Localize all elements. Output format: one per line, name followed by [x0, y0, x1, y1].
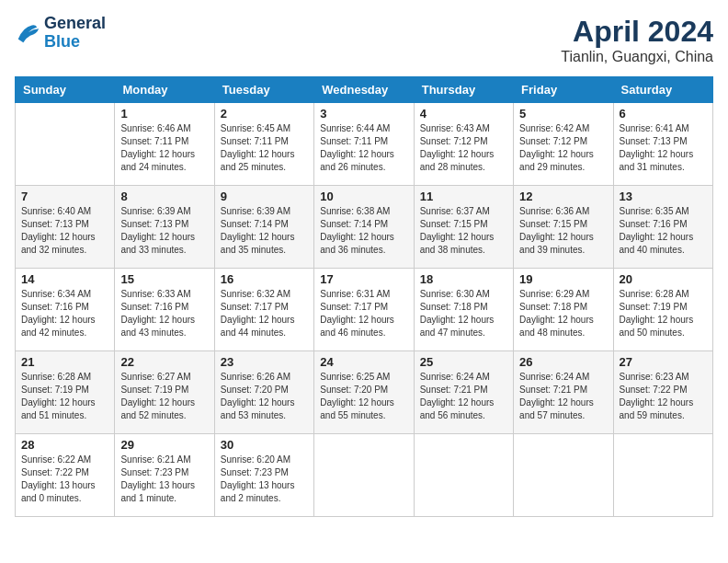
- day-number: 15: [120, 272, 208, 286]
- calendar-cell: [414, 434, 513, 517]
- day-number: 24: [320, 355, 407, 369]
- location-title: Tianlin, Guangxi, China: [561, 49, 713, 65]
- calendar-cell: 6Sunrise: 6:41 AM Sunset: 7:13 PM Daylig…: [613, 103, 712, 186]
- calendar-cell: 20Sunrise: 6:28 AM Sunset: 7:19 PM Dayli…: [613, 269, 712, 351]
- weekday-header-wednesday: Wednesday: [314, 77, 414, 103]
- logo-icon: [15, 20, 40, 46]
- day-info: Sunrise: 6:37 AM Sunset: 7:15 PM Dayligh…: [420, 205, 507, 257]
- day-number: 18: [420, 272, 507, 286]
- day-info: Sunrise: 6:25 AM Sunset: 7:20 PM Dayligh…: [320, 371, 407, 422]
- week-row-5: 28Sunrise: 6:22 AM Sunset: 7:22 PM Dayli…: [16, 434, 713, 517]
- day-info: Sunrise: 6:41 AM Sunset: 7:13 PM Dayligh…: [620, 122, 707, 174]
- calendar-table: SundayMondayTuesdayWednesdayThursdayFrid…: [15, 76, 713, 517]
- calendar-cell: 12Sunrise: 6:36 AM Sunset: 7:15 PM Dayli…: [514, 186, 613, 269]
- day-info: Sunrise: 6:34 AM Sunset: 7:16 PM Dayligh…: [21, 288, 108, 339]
- day-number: 19: [519, 272, 607, 286]
- day-info: Sunrise: 6:32 AM Sunset: 7:17 PM Dayligh…: [221, 288, 308, 339]
- day-number: 11: [420, 190, 507, 203]
- calendar-cell: 23Sunrise: 6:26 AM Sunset: 7:20 PM Dayli…: [214, 351, 313, 434]
- day-number: 12: [519, 190, 607, 203]
- day-number: 25: [420, 355, 507, 369]
- day-info: Sunrise: 6:45 AM Sunset: 7:11 PM Dayligh…: [221, 122, 308, 174]
- day-number: 2: [221, 107, 308, 121]
- calendar-cell: 11Sunrise: 6:37 AM Sunset: 7:15 PM Dayli…: [414, 186, 513, 269]
- calendar-cell: 26Sunrise: 6:24 AM Sunset: 7:21 PM Dayli…: [514, 351, 613, 434]
- day-info: Sunrise: 6:21 AM Sunset: 7:23 PM Dayligh…: [120, 454, 208, 505]
- calendar-cell: 24Sunrise: 6:25 AM Sunset: 7:20 PM Dayli…: [314, 351, 414, 434]
- calendar-cell: 29Sunrise: 6:21 AM Sunset: 7:23 PM Dayli…: [115, 434, 214, 517]
- week-row-4: 21Sunrise: 6:28 AM Sunset: 7:19 PM Dayli…: [16, 351, 713, 434]
- calendar-cell: 7Sunrise: 6:40 AM Sunset: 7:13 PM Daylig…: [16, 186, 115, 269]
- day-number: 13: [620, 190, 707, 203]
- day-number: 1: [120, 107, 208, 121]
- calendar-cell: 30Sunrise: 6:20 AM Sunset: 7:23 PM Dayli…: [214, 434, 313, 517]
- day-number: 20: [620, 272, 707, 286]
- day-number: 30: [221, 438, 308, 452]
- day-info: Sunrise: 6:28 AM Sunset: 7:19 PM Dayligh…: [620, 288, 707, 339]
- calendar-cell: 15Sunrise: 6:33 AM Sunset: 7:16 PM Dayli…: [115, 269, 214, 351]
- day-info: Sunrise: 6:38 AM Sunset: 7:14 PM Dayligh…: [320, 205, 407, 257]
- day-number: 23: [221, 355, 308, 369]
- calendar-cell: 22Sunrise: 6:27 AM Sunset: 7:19 PM Dayli…: [115, 351, 214, 434]
- day-number: 29: [120, 438, 208, 452]
- title-block: April 2024 Tianlin, Guangxi, China: [561, 15, 713, 65]
- day-info: Sunrise: 6:27 AM Sunset: 7:19 PM Dayligh…: [120, 371, 208, 422]
- day-info: Sunrise: 6:20 AM Sunset: 7:23 PM Dayligh…: [221, 454, 308, 505]
- day-info: Sunrise: 6:23 AM Sunset: 7:22 PM Dayligh…: [620, 371, 707, 422]
- calendar-cell: [16, 103, 115, 186]
- day-info: Sunrise: 6:35 AM Sunset: 7:16 PM Dayligh…: [620, 205, 707, 257]
- weekday-header-row: SundayMondayTuesdayWednesdayThursdayFrid…: [16, 77, 713, 103]
- calendar-cell: 14Sunrise: 6:34 AM Sunset: 7:16 PM Dayli…: [16, 269, 115, 351]
- calendar-cell: 3Sunrise: 6:44 AM Sunset: 7:11 PM Daylig…: [314, 103, 414, 186]
- day-number: 22: [120, 355, 208, 369]
- week-row-1: 1Sunrise: 6:46 AM Sunset: 7:11 PM Daylig…: [16, 103, 713, 186]
- calendar-cell: 10Sunrise: 6:38 AM Sunset: 7:14 PM Dayli…: [314, 186, 414, 269]
- calendar-cell: 4Sunrise: 6:43 AM Sunset: 7:12 PM Daylig…: [414, 103, 513, 186]
- calendar-cell: 13Sunrise: 6:35 AM Sunset: 7:16 PM Dayli…: [613, 186, 712, 269]
- day-number: 10: [320, 190, 407, 203]
- calendar-cell: [514, 434, 613, 517]
- calendar-cell: 18Sunrise: 6:30 AM Sunset: 7:18 PM Dayli…: [414, 269, 513, 351]
- day-info: Sunrise: 6:36 AM Sunset: 7:15 PM Dayligh…: [519, 205, 607, 257]
- calendar-cell: 27Sunrise: 6:23 AM Sunset: 7:22 PM Dayli…: [613, 351, 712, 434]
- day-info: Sunrise: 6:30 AM Sunset: 7:18 PM Dayligh…: [420, 288, 507, 339]
- day-number: 17: [320, 272, 407, 286]
- day-number: 5: [519, 107, 607, 121]
- day-info: Sunrise: 6:46 AM Sunset: 7:11 PM Dayligh…: [120, 122, 208, 174]
- day-info: Sunrise: 6:40 AM Sunset: 7:13 PM Dayligh…: [21, 205, 108, 257]
- weekday-header-friday: Friday: [514, 77, 613, 103]
- calendar-cell: 1Sunrise: 6:46 AM Sunset: 7:11 PM Daylig…: [115, 103, 214, 186]
- calendar-cell: 28Sunrise: 6:22 AM Sunset: 7:22 PM Dayli…: [16, 434, 115, 517]
- day-number: 14: [21, 272, 108, 286]
- weekday-header-sunday: Sunday: [16, 77, 115, 103]
- calendar-cell: [613, 434, 712, 517]
- page-header: General Blue April 2024 Tianlin, Guangxi…: [15, 15, 713, 65]
- day-number: 7: [21, 190, 108, 203]
- calendar-cell: 9Sunrise: 6:39 AM Sunset: 7:14 PM Daylig…: [214, 186, 313, 269]
- day-info: Sunrise: 6:24 AM Sunset: 7:21 PM Dayligh…: [420, 371, 507, 422]
- day-number: 8: [120, 190, 208, 203]
- weekday-header-thursday: Thursday: [414, 77, 513, 103]
- day-number: 16: [221, 272, 308, 286]
- logo: General Blue: [15, 15, 106, 52]
- calendar-cell: 8Sunrise: 6:39 AM Sunset: 7:13 PM Daylig…: [115, 186, 214, 269]
- calendar-cell: 21Sunrise: 6:28 AM Sunset: 7:19 PM Dayli…: [16, 351, 115, 434]
- weekday-header-monday: Monday: [115, 77, 214, 103]
- day-info: Sunrise: 6:26 AM Sunset: 7:20 PM Dayligh…: [221, 371, 308, 422]
- calendar-cell: 2Sunrise: 6:45 AM Sunset: 7:11 PM Daylig…: [214, 103, 313, 186]
- day-info: Sunrise: 6:33 AM Sunset: 7:16 PM Dayligh…: [120, 288, 208, 339]
- day-info: Sunrise: 6:28 AM Sunset: 7:19 PM Dayligh…: [21, 371, 108, 422]
- day-info: Sunrise: 6:42 AM Sunset: 7:12 PM Dayligh…: [519, 122, 607, 174]
- calendar-cell: 19Sunrise: 6:29 AM Sunset: 7:18 PM Dayli…: [514, 269, 613, 351]
- calendar-cell: [314, 434, 414, 517]
- day-number: 4: [420, 107, 507, 121]
- day-number: 27: [620, 355, 707, 369]
- calendar-cell: 25Sunrise: 6:24 AM Sunset: 7:21 PM Dayli…: [414, 351, 513, 434]
- day-number: 26: [519, 355, 607, 369]
- day-info: Sunrise: 6:39 AM Sunset: 7:13 PM Dayligh…: [120, 205, 208, 257]
- week-row-2: 7Sunrise: 6:40 AM Sunset: 7:13 PM Daylig…: [16, 186, 713, 269]
- month-title: April 2024: [561, 15, 713, 49]
- day-info: Sunrise: 6:29 AM Sunset: 7:18 PM Dayligh…: [519, 288, 607, 339]
- calendar-cell: 17Sunrise: 6:31 AM Sunset: 7:17 PM Dayli…: [314, 269, 414, 351]
- day-number: 3: [320, 107, 407, 121]
